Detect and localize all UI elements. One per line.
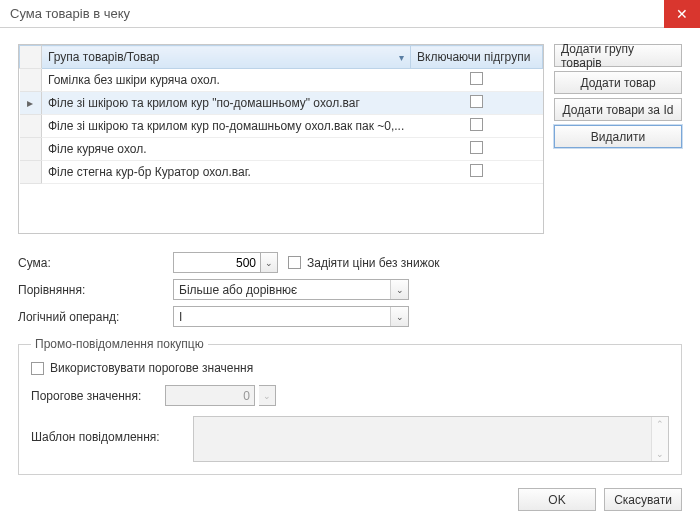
template-label: Шаблон повідомлення: [31,416,189,444]
threshold-input [165,385,255,406]
sum-label: Сума: [18,256,173,270]
template-textarea: ⌃ ⌄ [193,416,669,462]
use-threshold-label: Використовувати порогове значення [50,361,253,375]
sum-stepper[interactable]: ⌄ [261,252,278,273]
checkbox-icon [470,72,483,85]
filter-icon[interactable]: ▾ [399,52,404,63]
cell-include[interactable] [411,115,543,138]
table-row[interactable]: Філе куряче охол. [20,138,543,161]
table-row[interactable]: Гомілка без шкіри куряча охол. [20,69,543,92]
sum-input[interactable] [173,252,261,273]
add-by-id-button[interactable]: Додати товари за Id [554,98,682,121]
discount-checkbox[interactable] [288,256,301,269]
add-group-button[interactable]: Додати групу товарів [554,44,682,67]
cancel-button[interactable]: Скасувати [604,488,682,511]
column-header-group[interactable]: Група товарів/Товар ▾ [42,46,411,69]
compare-select[interactable]: Більше або дорівнює ⌄ [173,279,409,300]
delete-button[interactable]: Видалити [554,125,682,148]
row-indicator [20,69,42,92]
compare-value: Більше або дорівнює [179,283,297,297]
use-threshold-checkbox[interactable] [31,362,44,375]
row-selector-header [20,46,42,69]
cell-label: Філе куряче охол. [42,138,411,161]
chevron-down-icon: ⌄ [265,258,273,268]
close-button[interactable]: ✕ [664,0,700,28]
chevron-down-icon: ⌄ [656,449,664,459]
cell-include[interactable] [411,92,543,115]
table-row[interactable]: Філе зі шкірою та крилом кур по-домашньо… [20,115,543,138]
chevron-down-icon: ⌄ [263,391,271,401]
chevron-up-icon: ⌃ [656,419,664,429]
cell-include[interactable] [411,138,543,161]
operand-select[interactable]: І ⌄ [173,306,409,327]
operand-value: І [179,310,182,324]
promo-legend: Промо-повідомлення покупцю [31,337,208,351]
chevron-down-icon: ⌄ [390,280,408,299]
cell-label: Філе зі шкірою та крилом кур "по-домашнь… [42,92,411,115]
table-row[interactable]: Філе стегна кур-бр Куратор охол.ваг. [20,161,543,184]
checkbox-icon [470,141,483,154]
row-indicator [20,138,42,161]
window-title: Сума товарів в чеку [10,6,130,21]
discount-label: Задіяти ціни без знижок [307,256,440,270]
close-icon: ✕ [676,6,688,22]
row-indicator: ▸ [20,92,42,115]
operand-label: Логічний операнд: [18,310,173,324]
column-header-include[interactable]: Включаючи підгрупи [411,46,543,69]
chevron-down-icon: ⌄ [390,307,408,326]
promo-group: Промо-повідомлення покупцю Використовува… [18,337,682,475]
items-table[interactable]: Група товарів/Товар ▾ Включаючи підгрупи… [18,44,544,234]
ok-button[interactable]: OK [518,488,596,511]
row-indicator [20,115,42,138]
titlebar: Сума товарів в чеку ✕ [0,0,700,28]
checkbox-icon [470,164,483,177]
threshold-label: Порогове значення: [31,389,161,403]
cell-include[interactable] [411,161,543,184]
cell-label: Філе зі шкірою та крилом кур по-домашньо… [42,115,411,138]
row-indicator [20,161,42,184]
table-row[interactable]: ▸ Філе зі шкірою та крилом кур "по-домаш… [20,92,543,115]
scrollbar: ⌃ ⌄ [651,417,668,461]
cell-label: Філе стегна кур-бр Куратор охол.ваг. [42,161,411,184]
threshold-stepper: ⌄ [259,385,276,406]
compare-label: Порівняння: [18,283,173,297]
cell-label: Гомілка без шкіри куряча охол. [42,69,411,92]
add-item-button[interactable]: Додати товар [554,71,682,94]
checkbox-icon [470,118,483,131]
checkbox-icon [470,95,483,108]
cell-include[interactable] [411,69,543,92]
